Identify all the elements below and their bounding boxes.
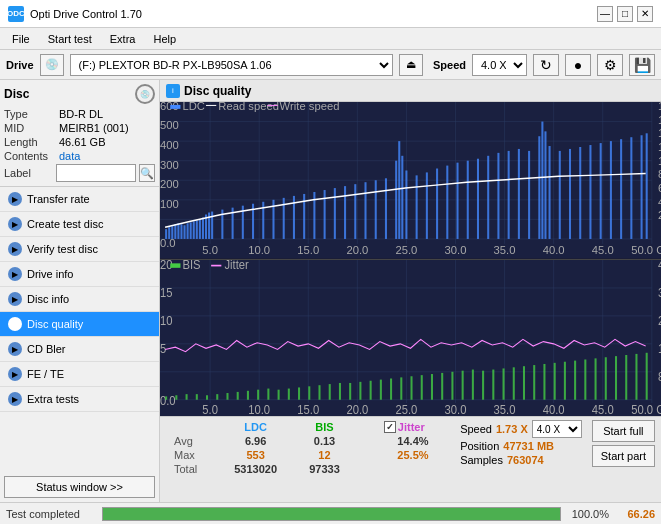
svg-rect-92 xyxy=(528,151,530,239)
svg-rect-185 xyxy=(533,365,535,400)
svg-rect-186 xyxy=(543,363,545,399)
svg-text:0.0: 0.0 xyxy=(160,393,176,407)
disc-title: Disc xyxy=(4,87,29,101)
disc-contents-key: Contents xyxy=(4,150,59,162)
svg-rect-161 xyxy=(288,388,290,399)
svg-rect-97 xyxy=(559,151,561,239)
svg-rect-167 xyxy=(349,382,351,399)
nav-drive-info[interactable]: ▶ Drive info xyxy=(0,262,159,287)
nav-label-disc-quality: Disc quality xyxy=(27,318,83,330)
disc-icon-btn[interactable]: ● xyxy=(565,54,591,76)
svg-text:Write speed: Write speed xyxy=(280,102,340,112)
svg-rect-83 xyxy=(436,169,438,239)
close-button[interactable]: ✕ xyxy=(637,6,653,22)
nav-cd-bler[interactable]: ▶ CD Bler xyxy=(0,337,159,362)
svg-rect-149 xyxy=(165,396,167,399)
menu-help[interactable]: Help xyxy=(145,31,184,47)
drive-label: Drive xyxy=(6,59,34,71)
status-text: Test completed xyxy=(6,508,96,520)
svg-text:50.0 GB: 50.0 GB xyxy=(631,244,661,256)
nav-label-cd-bler: CD Bler xyxy=(27,343,66,355)
upper-chart: 600 500 400 300 200 100 0.0 18X 16X 14X … xyxy=(160,102,661,260)
svg-rect-88 xyxy=(487,156,489,239)
avg-label: Avg xyxy=(166,434,217,448)
nav-label-drive-info: Drive info xyxy=(27,268,73,280)
menu-start-test[interactable]: Start test xyxy=(40,31,100,47)
status-window-button[interactable]: Status window >> xyxy=(4,476,155,498)
svg-text:Jitter: Jitter xyxy=(224,260,248,271)
nav-create-test-disc[interactable]: ▶ Create test disc xyxy=(0,212,159,237)
svg-rect-177 xyxy=(451,371,453,399)
svg-rect-74 xyxy=(364,182,366,239)
svg-text:45.0: 45.0 xyxy=(592,402,614,416)
svg-text:300: 300 xyxy=(160,159,179,171)
svg-rect-80 xyxy=(405,170,407,238)
menu-file[interactable]: File xyxy=(4,31,38,47)
progress-bar-fill xyxy=(103,508,560,520)
settings-icon[interactable]: ⚙ xyxy=(597,54,623,76)
svg-text:20.0: 20.0 xyxy=(346,402,368,416)
action-buttons: Start full Start part xyxy=(592,420,655,467)
disc-type-val: BD-R DL xyxy=(59,108,103,120)
nav-verify-test-disc[interactable]: ▶ Verify test disc xyxy=(0,237,159,262)
speed-stat-select[interactable]: 4.0 X xyxy=(532,420,582,438)
nav-icon-extra: ▶ xyxy=(8,392,22,406)
svg-rect-180 xyxy=(482,370,484,399)
svg-rect-51 xyxy=(187,223,189,239)
svg-rect-153 xyxy=(206,395,208,399)
svg-rect-109 xyxy=(206,105,216,106)
svg-rect-184 xyxy=(523,366,525,400)
save-icon[interactable]: 💾 xyxy=(629,54,655,76)
start-part-button[interactable]: Start part xyxy=(592,445,655,467)
svg-rect-46 xyxy=(171,226,173,239)
speed-select[interactable]: 4.0 X xyxy=(472,54,527,76)
svg-rect-70 xyxy=(324,190,326,239)
svg-rect-188 xyxy=(564,361,566,399)
svg-rect-47 xyxy=(174,224,176,239)
speed-stat-val: 1.73 X xyxy=(496,423,528,435)
disc-length-val: 46.61 GB xyxy=(59,136,105,148)
nav-disc-info[interactable]: ▶ Disc info xyxy=(0,287,159,312)
svg-rect-170 xyxy=(380,379,382,399)
svg-rect-160 xyxy=(278,389,280,399)
svg-rect-82 xyxy=(426,172,428,239)
nav-icon-disc-quality: ▶ xyxy=(8,317,22,331)
menu-extra[interactable]: Extra xyxy=(102,31,144,47)
svg-text:400: 400 xyxy=(160,139,179,151)
samples-val: 763074 xyxy=(507,454,544,466)
minimize-button[interactable]: — xyxy=(597,6,613,22)
disc-type-row: Type BD-R DL xyxy=(4,108,155,120)
speed-label: Speed xyxy=(433,59,466,71)
drive-select[interactable]: (F:) PLEXTOR BD-R PX-LB950SA 1.06 xyxy=(70,54,393,76)
eject-button[interactable]: ⏏ xyxy=(399,54,423,76)
svg-text:30.0: 30.0 xyxy=(445,244,467,256)
nav-extra-tests[interactable]: ▶ Extra tests xyxy=(0,387,159,412)
svg-text:10.0: 10.0 xyxy=(248,244,270,256)
maximize-button[interactable]: □ xyxy=(617,6,633,22)
nav-disc-quality[interactable]: ▶ Disc quality xyxy=(0,312,159,337)
drive-icon-btn[interactable]: 💿 xyxy=(40,54,64,76)
left-panel: Disc 💿 Type BD-R DL MID MEIRB1 (001) Len… xyxy=(0,80,160,502)
svg-rect-190 xyxy=(584,359,586,399)
svg-rect-173 xyxy=(411,376,413,399)
refresh-icon[interactable]: ↻ xyxy=(533,54,559,76)
label-input[interactable] xyxy=(56,164,136,182)
bis-header: BIS xyxy=(294,420,355,434)
svg-text:40.0: 40.0 xyxy=(543,244,565,256)
jitter-checkbox[interactable] xyxy=(384,421,396,433)
svg-rect-175 xyxy=(431,374,433,400)
svg-rect-96 xyxy=(549,146,551,239)
start-full-button[interactable]: Start full xyxy=(592,420,655,442)
disc-mid-key: MID xyxy=(4,122,59,134)
label-edit-btn[interactable]: 🔍 xyxy=(139,164,155,182)
svg-rect-50 xyxy=(184,225,186,239)
stats-bar: LDC BIS Jitter Avg 6.96 0.13 xyxy=(160,416,661,502)
disc-section: Disc 💿 Type BD-R DL MID MEIRB1 (001) Len… xyxy=(0,80,159,187)
svg-rect-195 xyxy=(635,353,637,399)
nav-transfer-rate[interactable]: ▶ Transfer rate xyxy=(0,187,159,212)
svg-rect-75 xyxy=(375,180,377,239)
svg-rect-165 xyxy=(329,384,331,400)
svg-rect-55 xyxy=(199,219,201,239)
nav-fe-te[interactable]: ▶ FE / TE xyxy=(0,362,159,387)
svg-rect-54 xyxy=(196,220,198,239)
